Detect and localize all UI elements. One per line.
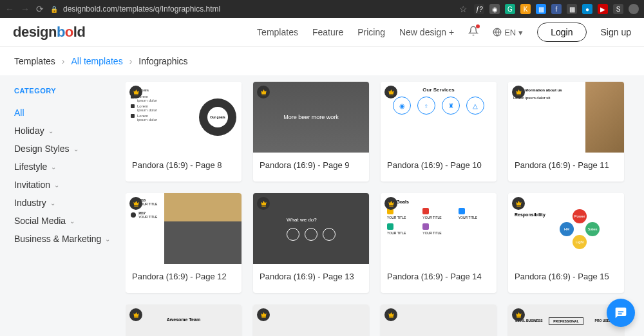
chevron-down-icon: ⌄ bbox=[48, 127, 53, 135]
template-title: Pandora (16:9) - Page 11 bbox=[508, 153, 624, 182]
lock-icon: 🔒 bbox=[50, 6, 58, 13]
template-thumbnail bbox=[381, 304, 497, 336]
template-card[interactable]: Awesome Team bbox=[126, 304, 242, 336]
reload-icon[interactable]: ⟳ bbox=[36, 4, 44, 14]
breadcrumb-all[interactable]: All templates bbox=[71, 56, 122, 66]
site-header: designbold Templates Feature Pricing New… bbox=[0, 18, 644, 46]
ext-icon[interactable]: ● bbox=[582, 4, 592, 14]
premium-badge-icon bbox=[129, 197, 142, 210]
template-thumbnail: Our Services◉♀♜△ bbox=[381, 82, 497, 153]
premium-badge-icon bbox=[512, 308, 525, 321]
sidebar-item[interactable]: Holiday⌄ bbox=[14, 122, 111, 140]
chevron-right-icon: › bbox=[62, 56, 65, 66]
template-thumbnail: Our GoalsYOUR TITLEYOUR TITLEYOUR TITLEY… bbox=[381, 193, 497, 264]
language-selector[interactable]: EN ▾ bbox=[493, 28, 523, 37]
template-thumbnail: ResponsibilityPowerSalesLightHR bbox=[508, 193, 624, 264]
logo[interactable]: designbold bbox=[13, 24, 85, 41]
chevron-down-icon: ⌄ bbox=[70, 218, 75, 225]
facebook-icon[interactable]: f bbox=[551, 4, 562, 14]
premium-badge-icon bbox=[257, 197, 270, 210]
bell-icon[interactable] bbox=[468, 26, 478, 39]
sidebar-item[interactable]: Invitation⌄ bbox=[14, 176, 111, 194]
sidebar-item[interactable]: Design Styles⌄ bbox=[14, 140, 111, 158]
template-card[interactable]: 2016YOUR TITLE2017YOUR TITLEPandora (16:… bbox=[126, 193, 242, 293]
premium-badge-icon bbox=[129, 86, 142, 98]
ext-icon[interactable]: K bbox=[520, 4, 531, 14]
template-card[interactable]: More beer more workPandora (16:9) - Page… bbox=[253, 82, 369, 182]
template-card[interactable] bbox=[381, 304, 497, 336]
template-thumbnail bbox=[253, 304, 369, 336]
premium-badge-icon bbox=[512, 86, 525, 98]
template-thumbnail: What we do? bbox=[253, 193, 369, 264]
template-title: Pandora (16:9) - Page 13 bbox=[253, 264, 369, 293]
sidebar-item[interactable]: All bbox=[14, 104, 111, 122]
ext-icon[interactable]: S bbox=[613, 4, 623, 14]
browser-bar: ← → ⟳ 🔒 designbold.com/templates/q/Infog… bbox=[0, 0, 644, 18]
template-card[interactable]: More information about usLorem ipsum dol… bbox=[508, 82, 624, 182]
template-card[interactable]: ResponsibilityPowerSalesLightHRPandora (… bbox=[508, 193, 624, 293]
chevron-down-icon: ▾ bbox=[518, 28, 523, 37]
back-icon[interactable]: ← bbox=[5, 4, 14, 14]
template-title: Pandora (16:9) - Page 12 bbox=[126, 264, 242, 293]
premium-badge-icon bbox=[384, 308, 397, 321]
sidebar-heading: CATEGORY bbox=[14, 87, 111, 95]
ext-icon[interactable]: ▦ bbox=[567, 4, 577, 14]
template-thumbnail: More information about usLorem ipsum dol… bbox=[508, 82, 624, 153]
signup-link[interactable]: Sign up bbox=[601, 27, 631, 37]
chat-fab[interactable] bbox=[607, 299, 635, 327]
chevron-down-icon: ⌄ bbox=[51, 163, 56, 171]
premium-badge-icon bbox=[257, 86, 270, 98]
template-card[interactable]: Our goalsLoremipsum dolorLoremipsum dolo… bbox=[126, 82, 242, 182]
sidebar-item[interactable]: Industry⌄ bbox=[14, 194, 111, 212]
template-thumbnail: 2016YOUR TITLE2017YOUR TITLE bbox=[126, 193, 242, 264]
nav-new-design[interactable]: New design + bbox=[399, 27, 454, 37]
breadcrumb-templates[interactable]: Templates bbox=[14, 56, 55, 66]
sidebar-item[interactable]: Social Media⌄ bbox=[14, 212, 111, 230]
breadcrumb: Templates › All templates › Infographics bbox=[0, 46, 644, 75]
template-thumbnail: More beer more work bbox=[253, 82, 369, 153]
sidebar-item[interactable]: Business & Marketing⌄ bbox=[14, 230, 111, 248]
premium-badge-icon bbox=[384, 86, 397, 98]
breadcrumb-current: Infographics bbox=[138, 56, 187, 66]
template-title: Pandora (16:9) - Page 8 bbox=[126, 153, 242, 182]
main-nav: Templates Feature Pricing New design + E… bbox=[257, 23, 631, 42]
nav-pricing[interactable]: Pricing bbox=[357, 27, 385, 37]
nav-feature[interactable]: Feature bbox=[312, 27, 343, 37]
template-card[interactable]: Our Services◉♀♜△Pandora (16:9) - Page 10 bbox=[381, 82, 497, 182]
url-bar[interactable]: 🔒 designbold.com/templates/q/Infographic… bbox=[50, 5, 453, 14]
template-title: Pandora (16:9) - Page 15 bbox=[508, 264, 624, 293]
premium-badge-icon bbox=[384, 197, 397, 210]
youtube-icon[interactable]: ▶ bbox=[598, 4, 608, 14]
template-title: Pandora (16:9) - Page 10 bbox=[381, 153, 497, 182]
template-card[interactable]: Our GoalsYOUR TITLEYOUR TITLEYOUR TITLEY… bbox=[381, 193, 497, 293]
nav-templates[interactable]: Templates bbox=[257, 27, 298, 37]
template-card[interactable]: What we do?Pandora (16:9) - Page 13 bbox=[253, 193, 369, 293]
ext-icon[interactable]: ◉ bbox=[489, 4, 500, 14]
premium-badge-icon bbox=[257, 308, 270, 321]
template-grid: Our goalsLoremipsum dolorLoremipsum dolo… bbox=[126, 75, 644, 336]
template-thumbnail: Our goalsLoremipsum dolorLoremipsum dolo… bbox=[126, 82, 242, 153]
chevron-right-icon: › bbox=[129, 56, 133, 66]
forward-icon[interactable]: → bbox=[21, 4, 30, 14]
template-title: Pandora (16:9) - Page 9 bbox=[253, 153, 369, 182]
template-card[interactable] bbox=[253, 304, 369, 336]
grammarly-icon[interactable]: G bbox=[505, 4, 515, 14]
ext-icon[interactable]: ▦ bbox=[536, 4, 546, 14]
chevron-down-icon: ⌄ bbox=[54, 182, 59, 189]
url-text: designbold.com/templates/q/Infographics.… bbox=[63, 5, 220, 14]
premium-badge-icon bbox=[129, 308, 142, 321]
extensions: ƒ? ◉ G K ▦ f ▦ ● ▶ S bbox=[474, 4, 639, 14]
chevron-down-icon: ⌄ bbox=[105, 236, 110, 243]
template-title: Pandora (16:9) - Page 14 bbox=[381, 264, 497, 293]
ext-icon[interactable]: ƒ? bbox=[474, 4, 484, 14]
chevron-down-icon: ⌄ bbox=[50, 200, 55, 207]
star-icon[interactable]: ☆ bbox=[459, 4, 468, 14]
avatar-icon[interactable] bbox=[629, 4, 639, 14]
premium-badge-icon bbox=[512, 197, 525, 210]
template-thumbnail: Awesome Team bbox=[126, 304, 242, 336]
sidebar-item[interactable]: Lifestyle⌄ bbox=[14, 158, 111, 176]
login-button[interactable]: Login bbox=[537, 23, 586, 42]
chevron-down-icon: ⌄ bbox=[73, 145, 79, 153]
sidebar: CATEGORY AllHoliday⌄Design Styles⌄Lifest… bbox=[0, 75, 126, 336]
